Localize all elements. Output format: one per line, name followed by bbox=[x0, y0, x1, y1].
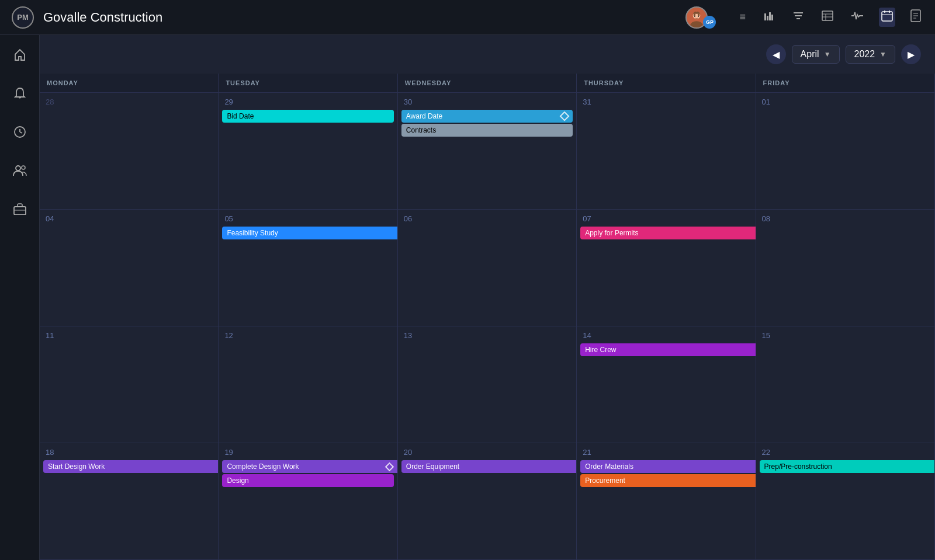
day-number: 31 bbox=[577, 93, 755, 109]
event-contracts[interactable]: Contracts bbox=[401, 124, 573, 137]
people-icon[interactable] bbox=[8, 159, 32, 182]
svg-rect-14 bbox=[822, 11, 833, 20]
week-row-1: 28 29 Bid Date 30 Award Date Contracts bbox=[40, 93, 935, 210]
svg-rect-10 bbox=[771, 15, 773, 20]
table-icon[interactable] bbox=[819, 8, 836, 26]
year-dropdown-arrow: ▼ bbox=[879, 50, 886, 58]
day-apr15: 15 bbox=[756, 326, 935, 443]
day-headers: MONDAY TUESDAY WEDNESDAY THURSDAY FRIDAY bbox=[40, 74, 935, 93]
header-tuesday: TUESDAY bbox=[219, 74, 397, 93]
event-apply-permits[interactable]: Apply for Permits bbox=[580, 227, 755, 239]
svg-rect-18 bbox=[882, 12, 892, 21]
header-friday: FRIDAY bbox=[756, 74, 935, 93]
top-icons: ≡ bbox=[737, 7, 923, 27]
day-apr01: 01 bbox=[756, 93, 935, 210]
clock-icon[interactable] bbox=[8, 120, 32, 144]
week-row-2: 04 05 Feasibility Study 06 07 Apply for … bbox=[40, 210, 935, 326]
event-order-equipment[interactable]: Order Equipment bbox=[401, 460, 576, 473]
day-number: 29 bbox=[219, 93, 397, 109]
day-apr20: 20 Order Equipment bbox=[398, 443, 577, 560]
sidebar bbox=[0, 35, 40, 560]
day-apr13: 13 bbox=[398, 326, 577, 443]
header-wednesday: WEDNESDAY bbox=[398, 74, 577, 93]
bell-icon[interactable] bbox=[8, 82, 32, 105]
bar-chart-icon[interactable] bbox=[761, 8, 777, 27]
svg-rect-9 bbox=[769, 12, 771, 20]
day-number: 13 bbox=[398, 326, 576, 342]
svg-point-6 bbox=[698, 16, 699, 17]
filter-icon[interactable] bbox=[790, 8, 806, 26]
day-number: 18 bbox=[40, 443, 218, 459]
svg-rect-8 bbox=[767, 16, 768, 20]
prev-month-button[interactable]: ◀ bbox=[766, 44, 786, 64]
week-row-3: 11 12 13 14 Hire Crew 15 bbox=[40, 326, 935, 443]
day-apr18: 18 Start Design Work bbox=[40, 443, 219, 560]
day-number: 01 bbox=[756, 93, 934, 109]
event-award-date[interactable]: Award Date bbox=[401, 110, 573, 123]
calendar-content: ◀ April ▼ 2022 ▼ ▶ MONDAY TUESDAY WEDNES… bbox=[40, 35, 935, 560]
header-thursday: THURSDAY bbox=[577, 74, 756, 93]
week-row-4: 18 Start Design Work 19 Complete Design … bbox=[40, 443, 935, 560]
day-number: 12 bbox=[219, 326, 397, 342]
header-monday: MONDAY bbox=[40, 74, 219, 93]
event-procurement[interactable]: Procurement bbox=[580, 474, 755, 487]
day-apr19: 19 Complete Design Work Design bbox=[219, 443, 397, 560]
day-apr11: 11 bbox=[40, 326, 219, 443]
svg-line-28 bbox=[20, 132, 22, 133]
day-number: 21 bbox=[577, 443, 755, 459]
event-start-design[interactable]: Start Design Work bbox=[43, 460, 218, 473]
pulse-icon[interactable] bbox=[849, 8, 866, 26]
home-icon[interactable] bbox=[8, 43, 32, 67]
day-number: 06 bbox=[398, 210, 576, 225]
briefcase-icon[interactable] bbox=[8, 197, 32, 221]
day-apr29: 29 Bid Date bbox=[219, 93, 397, 210]
event-prep-preconstruction[interactable]: Prep/Pre-construction bbox=[760, 460, 934, 473]
day-number: 28 bbox=[40, 93, 218, 109]
list-icon[interactable]: ≡ bbox=[737, 9, 748, 26]
top-nav: PM Govalle Construction GP ≡ bbox=[0, 0, 935, 35]
calendar-icon[interactable] bbox=[879, 8, 895, 27]
day-number: 08 bbox=[756, 210, 934, 225]
month-dropdown-arrow: ▼ bbox=[824, 50, 831, 58]
weeks-container: 28 29 Bid Date 30 Award Date Contracts bbox=[40, 93, 935, 560]
next-month-button[interactable]: ▶ bbox=[901, 44, 921, 64]
app-title: Govalle Construction bbox=[43, 10, 685, 25]
svg-point-29 bbox=[16, 166, 20, 171]
event-feasibility-study[interactable]: Feasibility Study bbox=[222, 227, 397, 239]
day-apr04: 04 bbox=[40, 210, 219, 326]
day-mar31: 31 bbox=[577, 93, 756, 210]
day-apr07: 07 Apply for Permits bbox=[577, 210, 756, 326]
svg-point-5 bbox=[694, 16, 695, 17]
day-apr12: 12 bbox=[219, 326, 397, 443]
year-dropdown[interactable]: 2022 ▼ bbox=[846, 45, 895, 64]
day-number: 19 bbox=[219, 443, 397, 459]
pm-logo: PM bbox=[12, 6, 34, 29]
day-apr30: 30 Award Date Contracts bbox=[398, 93, 577, 210]
svg-point-4 bbox=[698, 13, 700, 16]
event-hire-crew[interactable]: Hire Crew bbox=[580, 343, 755, 356]
day-apr14: 14 Hire Crew bbox=[577, 326, 756, 443]
month-dropdown[interactable]: April ▼ bbox=[792, 45, 840, 64]
document-icon[interactable] bbox=[908, 7, 923, 27]
calendar-grid: MONDAY TUESDAY WEDNESDAY THURSDAY FRIDAY… bbox=[40, 74, 935, 560]
svg-point-30 bbox=[22, 166, 25, 169]
svg-rect-7 bbox=[764, 13, 766, 20]
event-design[interactable]: Design bbox=[222, 474, 393, 487]
calendar-header: ◀ April ▼ 2022 ▼ ▶ bbox=[40, 35, 935, 74]
svg-point-3 bbox=[694, 13, 696, 16]
main-layout: ◀ April ▼ 2022 ▼ ▶ MONDAY TUESDAY WEDNES… bbox=[0, 35, 935, 560]
day-number: 20 bbox=[398, 443, 576, 459]
day-number: 11 bbox=[40, 326, 218, 342]
day-number: 22 bbox=[756, 443, 934, 459]
day-number: 05 bbox=[219, 210, 397, 225]
day-apr05: 05 Feasibility Study bbox=[219, 210, 397, 326]
gp-badge: GP bbox=[703, 16, 716, 29]
day-apr21: 21 Order Materials Procurement bbox=[577, 443, 756, 560]
day-number: 30 bbox=[398, 93, 576, 109]
event-order-materials[interactable]: Order Materials bbox=[580, 460, 755, 473]
day-apr06: 06 bbox=[398, 210, 577, 326]
day-number: 14 bbox=[577, 326, 755, 342]
event-bid-date[interactable]: Bid Date bbox=[222, 110, 393, 123]
day-mar28: 28 bbox=[40, 93, 219, 210]
event-complete-design[interactable]: Complete Design Work bbox=[222, 460, 397, 473]
